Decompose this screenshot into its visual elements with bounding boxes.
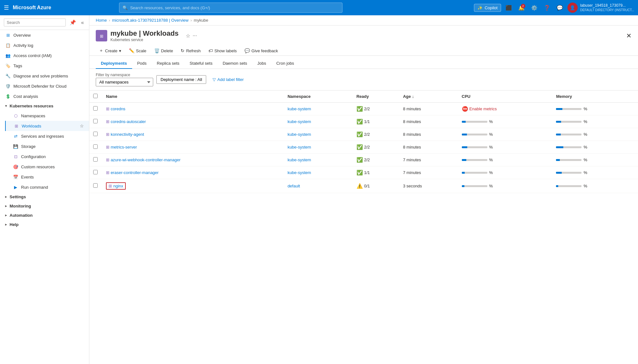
- star-icon[interactable]: ☆: [80, 123, 84, 128]
- row-select-checkbox[interactable]: [93, 183, 98, 188]
- tab-cron-jobs[interactable]: Cron jobs: [271, 58, 299, 69]
- section-expand-arrow: ▾: [5, 104, 7, 108]
- namespace-link[interactable]: kube-system: [288, 145, 311, 149]
- diagnose-icon: 🔧: [5, 73, 11, 79]
- tab-daemon-sets[interactable]: Daemon sets: [218, 58, 252, 69]
- tab-replica-sets[interactable]: Replica sets: [152, 58, 184, 69]
- sidebar-item-label: Run command: [21, 185, 48, 190]
- deployment-name-link[interactable]: eraser-controller-manager: [111, 170, 159, 175]
- deployment-name-link[interactable]: nginx: [113, 184, 123, 188]
- namespace-link[interactable]: kube-system: [288, 132, 311, 137]
- automation-label: Automation: [10, 213, 33, 218]
- refresh-button[interactable]: ↻ Refresh: [177, 46, 204, 55]
- memory-column-header[interactable]: Memory: [552, 91, 638, 103]
- delete-label: Delete: [161, 48, 173, 53]
- sidebar-section-monitoring[interactable]: ▸ Monitoring: [0, 201, 89, 211]
- section-label: Kubernetes resources: [10, 104, 53, 108]
- row-select-checkbox[interactable]: [93, 157, 98, 162]
- sidebar-item-run-command[interactable]: ▶ Run command: [5, 182, 89, 192]
- notifications-button[interactable]: 🔔 2: [516, 3, 527, 13]
- add-label-filter-button[interactable]: ▽ Add label filter: [209, 76, 247, 84]
- sidebar-item-overview[interactable]: ⊞ Overview: [0, 30, 89, 40]
- sidebar-section-help[interactable]: ▸ Help: [0, 220, 89, 229]
- give-feedback-button[interactable]: 💬 Give feedback: [241, 46, 281, 55]
- show-labels-button[interactable]: 🏷 Show labels: [205, 46, 240, 55]
- tab-pods[interactable]: Pods: [132, 58, 152, 69]
- automation-expand-arrow: ▸: [5, 213, 7, 217]
- sidebar-pin-button[interactable]: 📌: [68, 19, 77, 26]
- sidebar-item-workloads[interactable]: ⊞ Workloads ☆: [5, 121, 89, 131]
- deployment-name-link[interactable]: coredns-autoscaler: [111, 119, 146, 124]
- sidebar-item-storage[interactable]: 💾 Storage: [5, 141, 89, 151]
- tab-deployments[interactable]: Deployments: [96, 58, 132, 69]
- row-select-checkbox[interactable]: [93, 170, 98, 174]
- cpu-bar-fill: [462, 121, 466, 123]
- namespace-link[interactable]: kube-system: [288, 119, 311, 124]
- sidebar-section-automation[interactable]: ▸ Automation: [0, 211, 89, 220]
- favorite-button[interactable]: ☆: [186, 33, 190, 39]
- sidebar-item-label: Services and ingresses: [21, 134, 64, 139]
- namespace-column-header[interactable]: Namespace: [284, 91, 353, 103]
- copilot-button[interactable]: ✨ Copilot: [474, 4, 501, 12]
- deployment-name-link[interactable]: metrics-server: [111, 145, 137, 149]
- scale-button[interactable]: ✏️ Scale: [126, 46, 150, 55]
- create-button[interactable]: ＋ Create ▾: [96, 46, 124, 55]
- namespace-link[interactable]: kube-system: [288, 106, 311, 111]
- sidebar-item-tags[interactable]: 🏷️ Tags: [0, 61, 89, 71]
- namespace-link[interactable]: kube-system: [288, 157, 311, 162]
- sidebar-item-diagnose[interactable]: 🔧 Diagnose and solve problems: [0, 71, 89, 81]
- row-select-checkbox[interactable]: [93, 132, 98, 136]
- enable-metrics-button[interactable]: ⛔Enable metrics: [462, 106, 549, 112]
- sidebar-section-settings[interactable]: ▸ Settings: [0, 192, 89, 201]
- close-button[interactable]: ✕: [626, 32, 632, 40]
- hamburger-menu[interactable]: ☰: [4, 4, 9, 11]
- breadcrumb-parent[interactable]: microsoft.aks-1730792118788 | Overview: [112, 18, 189, 23]
- deployment-name-filter[interactable]: Deployment name : All: [156, 75, 206, 84]
- cpu-column-header[interactable]: CPU: [458, 91, 552, 103]
- global-search-bar[interactable]: 🔍: [119, 3, 342, 13]
- row-select-checkbox[interactable]: [93, 106, 98, 111]
- feedback-icon: 💬: [244, 48, 250, 53]
- select-all-checkbox[interactable]: [93, 94, 98, 98]
- breadcrumb-home[interactable]: Home: [96, 18, 107, 23]
- tab-jobs[interactable]: Jobs: [252, 58, 271, 69]
- ready-text: 2/2: [364, 132, 370, 137]
- row-memory-cell: %: [552, 141, 638, 154]
- sidebar-item-namespaces[interactable]: ⬡ Namespaces: [5, 111, 89, 121]
- sidebar-item-access-control[interactable]: 👥 Access control (IAM): [0, 50, 89, 61]
- sidebar-search-input[interactable]: [4, 18, 66, 26]
- namespace-link[interactable]: default: [288, 184, 300, 188]
- sidebar-item-configuration[interactable]: ⊡ Configuration: [5, 151, 89, 162]
- sidebar-item-activity-log[interactable]: 📋 Activity log: [0, 40, 89, 50]
- namespace-select[interactable]: All namespaces kube-system default: [96, 78, 153, 86]
- settings-button[interactable]: ⚙️: [529, 3, 539, 13]
- sidebar-item-events[interactable]: 📅 Events: [5, 172, 89, 182]
- ready-column-header[interactable]: Ready: [353, 91, 399, 103]
- deployment-name-link[interactable]: azure-wi-webhook-controller-manager: [111, 157, 181, 162]
- delete-button[interactable]: 🗑️ Delete: [151, 46, 176, 55]
- row-select-checkbox[interactable]: [93, 144, 98, 149]
- sidebar-item-cost-analysis[interactable]: 💲 Cost analysis: [0, 91, 89, 101]
- sidebar-item-label: Overview: [13, 33, 31, 38]
- namespace-link[interactable]: kube-system: [288, 170, 311, 175]
- sidebar-section-kubernetes[interactable]: ▾ Kubernetes resources: [0, 101, 89, 111]
- global-search-input[interactable]: [130, 5, 339, 10]
- feedback-button[interactable]: 💬: [555, 3, 565, 13]
- deployment-name-link[interactable]: coredns: [111, 106, 125, 111]
- deployment-name-link[interactable]: konnectivity-agent: [111, 132, 144, 137]
- name-column-header[interactable]: Name: [102, 91, 284, 103]
- tab-stateful-sets[interactable]: Stateful sets: [184, 58, 218, 69]
- row-select-checkbox[interactable]: [93, 119, 98, 123]
- sidebar-collapse-button[interactable]: «: [80, 19, 85, 26]
- cloud-shell-button[interactable]: ⬛: [504, 3, 514, 13]
- user-profile[interactable]: 👤 labuser_194518_173079... DEFAULT DIREC…: [567, 3, 634, 13]
- memory-bar-track: [556, 108, 582, 110]
- sidebar-item-custom-resources[interactable]: 🎯 Custom resources: [5, 162, 89, 172]
- row-name-cell: ⊞ coredns-autoscaler: [102, 115, 284, 128]
- age-column-header[interactable]: Age ↓: [399, 91, 458, 103]
- sidebar-item-services[interactable]: ⇄ Services and ingresses: [5, 131, 89, 141]
- help-button[interactable]: ❓: [542, 3, 552, 13]
- sidebar-item-defender[interactable]: 🛡️ Microsoft Defender for Cloud: [0, 81, 89, 91]
- more-options-button[interactable]: ···: [193, 33, 197, 39]
- cpu-bar: %: [462, 145, 549, 149]
